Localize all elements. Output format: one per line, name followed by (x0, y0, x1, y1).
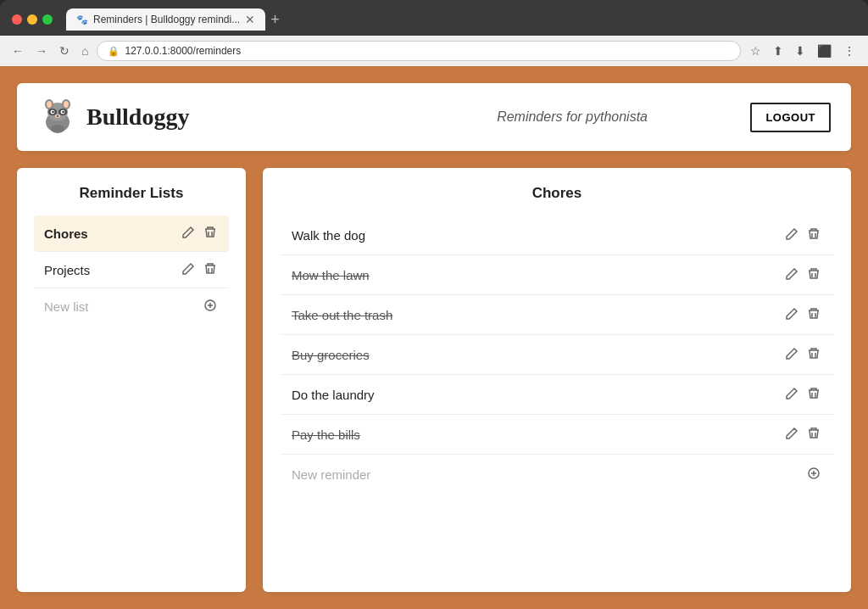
reminder-label-new: New reminder (292, 467, 805, 482)
reminder-item-do-laundry: Do the laundry (280, 375, 834, 415)
delete-reminder-pay-bills-button[interactable] (805, 425, 822, 444)
reminder-actions-new (805, 465, 822, 483)
tab-close-button[interactable]: ✕ (245, 14, 255, 25)
list-item-projects[interactable]: Projects (34, 252, 229, 288)
delete-reminder-take-trash-button[interactable] (805, 305, 822, 324)
reminder-item-mow-lawn: Mow the lawn (280, 255, 834, 295)
delete-reminder-buy-groceries-button[interactable] (805, 345, 822, 364)
browser-chrome: 🐾 Reminders | Bulldoggy remindi... ✕ + ←… (0, 0, 868, 66)
browser-content: Bulldoggy Reminders for pythonista LOGOU… (0, 66, 868, 609)
address-bar[interactable]: 🔒 127.0.0.1:8000/reminders (97, 41, 741, 61)
download-icon[interactable]: ⬇ (791, 42, 810, 60)
tab-bar: 🐾 Reminders | Bulldoggy remindi... ✕ + (66, 8, 856, 31)
logout-button[interactable]: LOGOUT (750, 103, 831, 132)
delete-list-projects-button[interactable] (202, 260, 219, 279)
reminder-actions-mow-lawn (783, 265, 822, 284)
browser-titlebar: 🐾 Reminders | Bulldoggy remindi... ✕ + (0, 0, 868, 36)
reminder-actions-pay-bills (783, 425, 822, 444)
reminder-label-buy-groceries: Buy groceries (292, 348, 783, 362)
reminder-item-pay-bills: Pay the bills (280, 415, 834, 455)
list-item-label-projects: Projects (44, 263, 180, 277)
list-item-actions-chores (180, 224, 219, 243)
active-tab[interactable]: 🐾 Reminders | Bulldoggy remindi... ✕ (66, 8, 265, 31)
reminder-actions-take-trash (783, 305, 822, 324)
add-list-button[interactable] (202, 297, 219, 316)
svg-point-14 (51, 125, 64, 133)
svg-point-5 (64, 101, 69, 108)
edit-list-chores-button[interactable] (180, 224, 197, 243)
traffic-light-red[interactable] (12, 14, 22, 25)
delete-reminder-walk-dog-button[interactable] (805, 226, 822, 244)
list-item-actions-new (202, 297, 219, 316)
edit-list-projects-button[interactable] (180, 260, 197, 279)
svg-point-13 (57, 115, 58, 117)
logo-text: Bulldoggy (86, 103, 189, 131)
traffic-light-yellow[interactable] (27, 14, 37, 25)
home-button[interactable]: ⌂ (78, 42, 92, 59)
edit-reminder-pay-bills-button[interactable] (783, 425, 800, 444)
app-header: Bulldoggy Reminders for pythonista LOGOU… (17, 83, 851, 151)
new-tab-button[interactable]: + (270, 12, 280, 27)
reminder-item-buy-groceries: Buy groceries (280, 335, 834, 375)
delete-reminder-do-laundry-button[interactable] (805, 385, 822, 404)
list-item-label-chores: Chores (44, 226, 180, 241)
toolbar-actions: ☆ ⬆ ⬇ ⬛ ⋮ (746, 42, 860, 60)
reminder-item-take-trash: Take out the trash (280, 295, 834, 335)
lock-icon: 🔒 (108, 46, 120, 57)
reminders-panel: Chores Walk the dog (263, 168, 851, 592)
reminder-actions-walk-dog (783, 226, 822, 244)
list-item-label-new: New list (44, 299, 202, 314)
svg-point-11 (62, 111, 64, 113)
delete-list-chores-button[interactable] (202, 224, 219, 243)
refresh-button[interactable]: ↻ (56, 42, 73, 59)
share-icon[interactable]: ⬆ (769, 42, 787, 60)
edit-reminder-take-trash-button[interactable] (783, 305, 800, 324)
traffic-lights (12, 14, 53, 25)
reminder-item-new[interactable]: New reminder (280, 455, 834, 494)
tab-label: Reminders | Bulldoggy remindi... (93, 14, 240, 25)
reminders-panel-title: Chores (280, 185, 834, 202)
reminder-label-do-laundry: Do the laundry (292, 388, 783, 402)
delete-reminder-mow-lawn-button[interactable] (805, 265, 822, 284)
tab-favicon: 🐾 (76, 14, 88, 25)
bookmark-icon[interactable]: ☆ (746, 42, 765, 60)
reminder-actions-buy-groceries (783, 345, 822, 364)
back-button[interactable]: ← (8, 42, 27, 59)
traffic-light-green[interactable] (42, 14, 53, 25)
edit-reminder-walk-dog-button[interactable] (783, 226, 800, 244)
list-item-actions-projects (180, 260, 219, 279)
forward-button[interactable]: → (32, 42, 51, 59)
lists-panel: Reminder Lists Chores (17, 168, 246, 592)
list-item-chores[interactable]: Chores (34, 215, 229, 252)
extensions-icon[interactable]: ⬛ (813, 42, 836, 60)
reminder-actions-do-laundry (783, 385, 822, 404)
reminder-item-walk-dog: Walk the dog (280, 215, 834, 255)
list-item-new[interactable]: New list (34, 288, 229, 324)
svg-point-4 (47, 101, 52, 108)
reminder-label-walk-dog: Walk the dog (292, 228, 783, 243)
edit-reminder-do-laundry-button[interactable] (783, 385, 800, 404)
edit-reminder-buy-groceries-button[interactable] (783, 345, 800, 364)
reminder-label-mow-lawn: Mow the lawn (292, 268, 783, 282)
reminder-label-pay-bills: Pay the bills (292, 427, 783, 442)
lists-panel-title: Reminder Lists (34, 185, 229, 202)
main-content: Reminder Lists Chores (17, 168, 851, 592)
browser-toolbar: ← → ↻ ⌂ 🔒 127.0.0.1:8000/reminders ☆ ⬆ ⬇… (0, 36, 868, 66)
logo-icon (37, 97, 78, 137)
reminder-label-take-trash: Take out the trash (292, 308, 783, 322)
header-subtitle: Reminders for pythonista (394, 109, 751, 125)
svg-point-10 (52, 111, 53, 113)
address-text: 127.0.0.1:8000/reminders (125, 45, 730, 57)
menu-icon[interactable]: ⋮ (839, 42, 860, 60)
edit-reminder-mow-lawn-button[interactable] (783, 265, 800, 284)
app-logo: Bulldoggy (37, 97, 394, 137)
add-reminder-button[interactable] (805, 465, 822, 483)
